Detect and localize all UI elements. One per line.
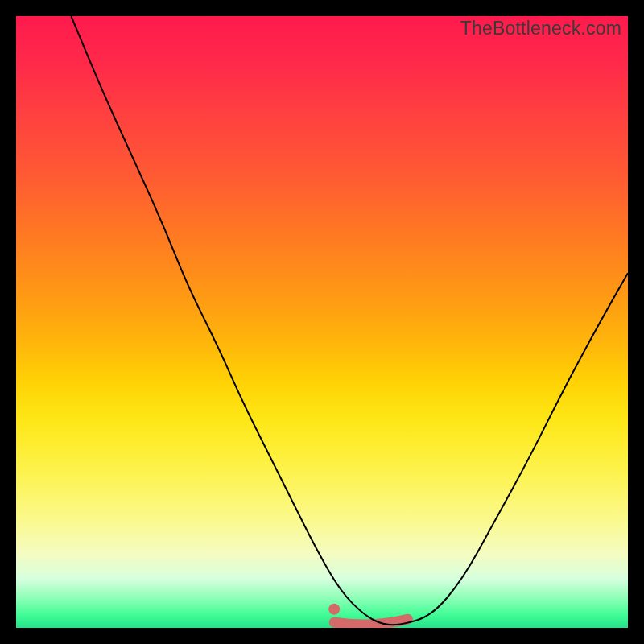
band-knob [328, 604, 340, 615]
plot-area: TheBottleneck.com [16, 16, 628, 628]
chart-frame: TheBottleneck.com [0, 0, 644, 644]
bottleneck-curve [71, 16, 628, 625]
curve-svg [16, 16, 628, 628]
watermark-text: TheBottleneck.com [460, 18, 621, 39]
optimal-band [334, 619, 407, 625]
